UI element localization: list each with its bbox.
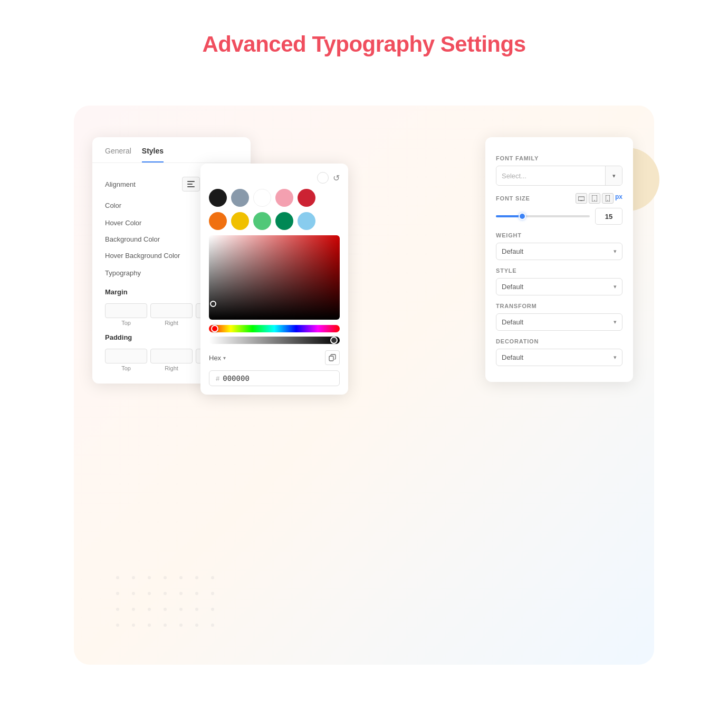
align-left-button[interactable] bbox=[182, 177, 200, 191]
style-chevron-icon: ▾ bbox=[614, 283, 617, 290]
margin-right-label: Right bbox=[150, 320, 193, 326]
swatch-black[interactable] bbox=[209, 189, 227, 207]
margin-top-label: Top bbox=[105, 320, 147, 326]
color-swatches bbox=[209, 189, 340, 207]
opacity-thumb[interactable] bbox=[330, 337, 338, 344]
transform-chevron-icon: ▾ bbox=[614, 319, 617, 325]
font-size-tablet-button[interactable] bbox=[589, 193, 600, 204]
font-family-select[interactable]: Select... ▾ bbox=[496, 166, 622, 186]
style-dropdown-label: Default bbox=[502, 283, 523, 291]
font-size-input[interactable]: 15 bbox=[595, 208, 622, 225]
svg-rect-2 bbox=[187, 186, 195, 187]
font-family-chevron-icon[interactable]: ▾ bbox=[605, 166, 622, 185]
padding-label: Padding bbox=[105, 333, 213, 341]
transform-dropdown-label: Default bbox=[502, 318, 523, 326]
padding-top-label: Top bbox=[105, 365, 147, 371]
format-select[interactable]: Hex ▾ bbox=[209, 354, 226, 362]
transform-dropdown[interactable]: Default ▾ bbox=[496, 313, 622, 331]
style-dropdown[interactable]: Default ▾ bbox=[496, 278, 622, 295]
decoration-dropdown[interactable]: Default ▾ bbox=[496, 349, 622, 366]
svg-point-19 bbox=[594, 200, 595, 201]
svg-rect-17 bbox=[580, 200, 582, 201]
margin-top-input[interactable] bbox=[105, 303, 147, 318]
swatch-orange[interactable] bbox=[209, 212, 227, 230]
padding-right-input[interactable] bbox=[150, 349, 193, 363]
font-panel: Font Family Select... ▾ FONT SIZE px 15 … bbox=[485, 137, 633, 382]
swatch-pink[interactable] bbox=[275, 189, 293, 207]
tab-general[interactable]: General bbox=[105, 147, 131, 162]
svg-rect-15 bbox=[329, 356, 333, 361]
svg-rect-1 bbox=[187, 184, 193, 185]
svg-rect-16 bbox=[578, 197, 585, 200]
color-swatches-row2 bbox=[209, 212, 340, 230]
swatch-white[interactable] bbox=[253, 189, 271, 207]
reset-color-icon[interactable]: ↺ bbox=[333, 173, 340, 183]
alignment-label: Alignment bbox=[105, 180, 182, 188]
format-chevron-icon: ▾ bbox=[223, 355, 226, 361]
font-size-slider[interactable] bbox=[496, 215, 590, 217]
swatch-dark-green[interactable] bbox=[275, 212, 293, 230]
transform-section-label: TRANSFORM bbox=[496, 303, 622, 309]
font-size-control: 15 bbox=[496, 208, 622, 225]
swatch-light-blue[interactable] bbox=[298, 212, 315, 230]
font-size-section-label: FONT SIZE bbox=[496, 195, 530, 202]
hue-slider[interactable] bbox=[209, 325, 340, 332]
font-size-slider-thumb[interactable] bbox=[519, 213, 526, 220]
color-picker-top: ↺ bbox=[209, 172, 340, 184]
gradient-picker[interactable] bbox=[209, 235, 340, 320]
transparent-color-button[interactable] bbox=[317, 172, 329, 184]
dots-decoration bbox=[116, 576, 221, 633]
hex-input-value[interactable]: 000000 bbox=[223, 374, 250, 382]
font-family-input[interactable]: Select... bbox=[496, 168, 605, 184]
swatch-yellow[interactable] bbox=[231, 212, 249, 230]
margin-label: Margin bbox=[105, 288, 213, 296]
margin-right-input[interactable] bbox=[150, 303, 193, 318]
page-title: Advanced Typography Settings bbox=[0, 0, 728, 57]
swatch-gray[interactable] bbox=[231, 189, 249, 207]
hex-row: Hex ▾ bbox=[209, 350, 340, 365]
svg-rect-0 bbox=[187, 181, 195, 182]
swatch-green[interactable] bbox=[253, 212, 271, 230]
tabs-row: General Styles bbox=[92, 137, 251, 163]
font-size-desktop-button[interactable] bbox=[576, 193, 587, 204]
hex-input-row[interactable]: # 000000 bbox=[209, 370, 340, 386]
decoration-section-label: DECORATION bbox=[496, 338, 622, 344]
weight-section-label: WEIGHT bbox=[496, 232, 622, 238]
svg-point-21 bbox=[607, 200, 608, 201]
font-size-mobile-button[interactable] bbox=[602, 193, 614, 204]
format-label: Hex bbox=[209, 354, 221, 362]
weight-chevron-icon: ▾ bbox=[614, 248, 617, 255]
weight-dropdown[interactable]: Default ▾ bbox=[496, 243, 622, 260]
opacity-slider[interactable] bbox=[209, 337, 340, 344]
swatch-red[interactable] bbox=[298, 189, 315, 207]
copy-color-button[interactable] bbox=[325, 350, 340, 365]
padding-right-label: Right bbox=[150, 365, 193, 371]
padding-top-input[interactable] bbox=[105, 349, 147, 363]
tab-styles[interactable]: Styles bbox=[142, 147, 164, 162]
decoration-chevron-icon: ▾ bbox=[614, 354, 617, 361]
decoration-dropdown-label: Default bbox=[502, 353, 523, 361]
style-section-label: STYLE bbox=[496, 267, 622, 274]
font-size-header: FONT SIZE px bbox=[496, 193, 622, 204]
weight-dropdown-label: Default bbox=[502, 247, 523, 255]
hex-hash: # bbox=[216, 375, 219, 382]
font-size-icons: px bbox=[576, 193, 622, 204]
hue-thumb[interactable] bbox=[211, 325, 218, 332]
gradient-thumb[interactable] bbox=[210, 301, 216, 307]
font-family-section-label: Font Family bbox=[496, 155, 622, 161]
font-size-unit-label: px bbox=[615, 193, 622, 204]
color-picker-panel: ↺ Hex ▾ bbox=[200, 164, 348, 395]
